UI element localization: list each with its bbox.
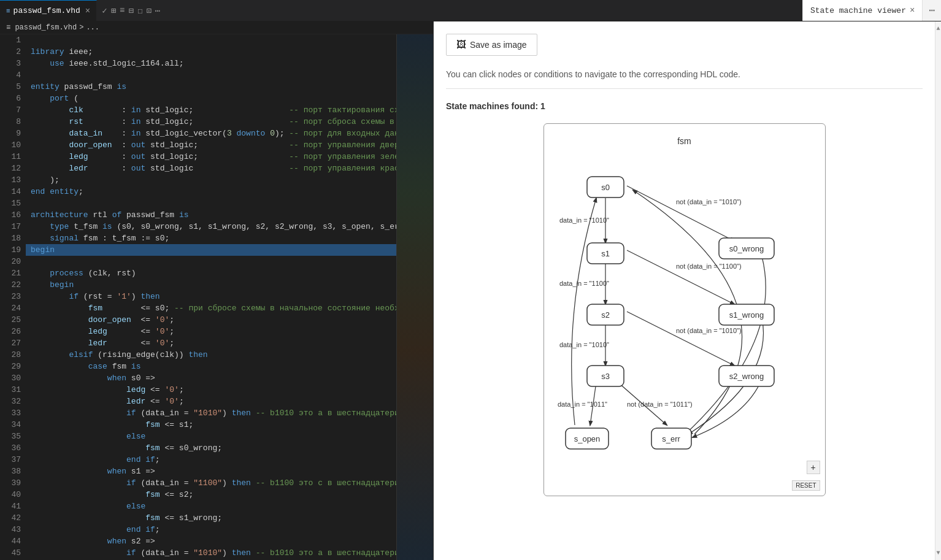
- node-s1-wrong[interactable]: s1_wrong: [729, 310, 763, 320]
- tab-viewer-label: State machine viewer: [810, 6, 906, 15]
- right-scrollbar: ▲ ▼: [935, 21, 941, 560]
- tab-state-machine-viewer[interactable]: State machine viewer ×: [803, 0, 923, 21]
- more-icon[interactable]: ⋯: [155, 6, 160, 16]
- line-numbers: 12345 678910 1112131415 1617181920 21222…: [0, 34, 26, 560]
- editor-pane: ≡ passwd_fsm.vhd > ... 12345 678910 1112…: [0, 21, 434, 560]
- node-s2[interactable]: s2: [601, 310, 610, 320]
- state-machines-found: State machines found: 1: [446, 101, 923, 111]
- tab-viewer-close[interactable]: ×: [910, 6, 915, 15]
- list-icon[interactable]: ≡: [120, 6, 125, 15]
- save-btn-label: Save as image: [470, 40, 527, 50]
- svg-text:data_in = "1100": data_in = "1100": [559, 280, 609, 287]
- tab-bar: ≡ passwd_fsm.vhd × ✓ ⊞ ≡ ⊟ ☐ ⊡ ⋯ State m…: [0, 0, 941, 21]
- node-s3[interactable]: s3: [601, 372, 610, 381]
- columns-icon[interactable]: ⊡: [146, 6, 151, 16]
- svg-text:not (data_in = "1100"): not (data_in = "1100"): [676, 263, 742, 270]
- svg-text:not (data_in = "1011"): not (data_in = "1011"): [627, 401, 693, 408]
- fsm-diagram: fsm data_in = "1010" not (data_in = "101: [543, 123, 826, 496]
- right-tab-more[interactable]: ⋯: [923, 4, 941, 17]
- right-tab-area: State machine viewer × ⋯: [802, 0, 941, 21]
- svg-text:data_in = "1011": data_in = "1011": [558, 401, 607, 408]
- node-s-open[interactable]: s_open: [574, 434, 600, 443]
- node-s1[interactable]: s1: [601, 249, 610, 258]
- fsm-title: fsm: [556, 136, 813, 146]
- breadcrumb-rest: ...: [86, 23, 99, 32]
- breadcrumb: ≡ passwd_fsm.vhd > ...: [0, 21, 433, 34]
- file-icon: ≡: [6, 7, 10, 15]
- scroll-down[interactable]: ▼: [935, 548, 941, 558]
- tab-editor-close[interactable]: ×: [85, 6, 90, 16]
- grid-icon[interactable]: ⊞: [111, 6, 116, 16]
- tab-editor[interactable]: ≡ passwd_fsm.vhd ×: [0, 0, 97, 21]
- reset-button[interactable]: RESET: [792, 480, 820, 491]
- node-s2-wrong[interactable]: s2_wrong: [729, 372, 763, 381]
- square-icon[interactable]: ☐: [137, 6, 142, 16]
- breadcrumb-sep: >: [79, 23, 83, 32]
- minus-square-icon[interactable]: ⊟: [129, 6, 134, 16]
- right-pane-wrapper: 🖼 Save as image You can click nodes or c…: [434, 21, 941, 560]
- svg-text:not (data_in = "1010"): not (data_in = "1010"): [676, 198, 742, 205]
- check-icon[interactable]: ✓: [102, 6, 107, 16]
- svg-text:data_in = "1010": data_in = "1010": [559, 341, 609, 348]
- editor-actions: ✓ ⊞ ≡ ⊟ ☐ ⊡ ⋯: [97, 6, 165, 16]
- svg-line-10: [627, 312, 734, 366]
- divider: [446, 88, 923, 89]
- breadcrumb-file: ≡ passwd_fsm.vhd: [6, 23, 77, 32]
- tab-editor-label: passwd_fsm.vhd: [13, 6, 80, 15]
- node-s0-wrong[interactable]: s0_wrong: [729, 244, 763, 253]
- image-icon: 🖼: [456, 39, 466, 50]
- main-content: ≡ passwd_fsm.vhd > ... 12345 678910 1112…: [0, 21, 941, 560]
- svg-text:data_in = "1010": data_in = "1010": [559, 217, 609, 224]
- svg-line-2: [627, 186, 734, 241]
- minimap: [396, 34, 433, 560]
- node-s0[interactable]: s0: [601, 183, 610, 192]
- tab-bar-left: ≡ passwd_fsm.vhd × ✓ ⊞ ≡ ⊟ ☐ ⊡ ⋯: [0, 0, 802, 21]
- fsm-svg: data_in = "1010" not (data_in = "1010") …: [556, 152, 820, 483]
- minimap-canvas: [397, 34, 433, 560]
- scroll-up[interactable]: ▲: [935, 24, 941, 33]
- editor-content: 12345 678910 1112131415 1617181920 21222…: [0, 34, 433, 560]
- zoom-plus-button[interactable]: +: [807, 461, 820, 474]
- svg-line-6: [627, 250, 734, 304]
- code-area[interactable]: library ieee; use ieee.std_logic_1164.al…: [26, 34, 396, 560]
- right-content[interactable]: 🖼 Save as image You can click nodes or c…: [434, 21, 935, 560]
- info-text: You can click nodes or conditions to nav…: [446, 68, 923, 81]
- node-s-err[interactable]: s_err: [662, 434, 680, 443]
- svg-text:not (data_in = "1010"): not (data_in = "1010"): [676, 327, 742, 334]
- save-as-image-button[interactable]: 🖼 Save as image: [446, 34, 537, 56]
